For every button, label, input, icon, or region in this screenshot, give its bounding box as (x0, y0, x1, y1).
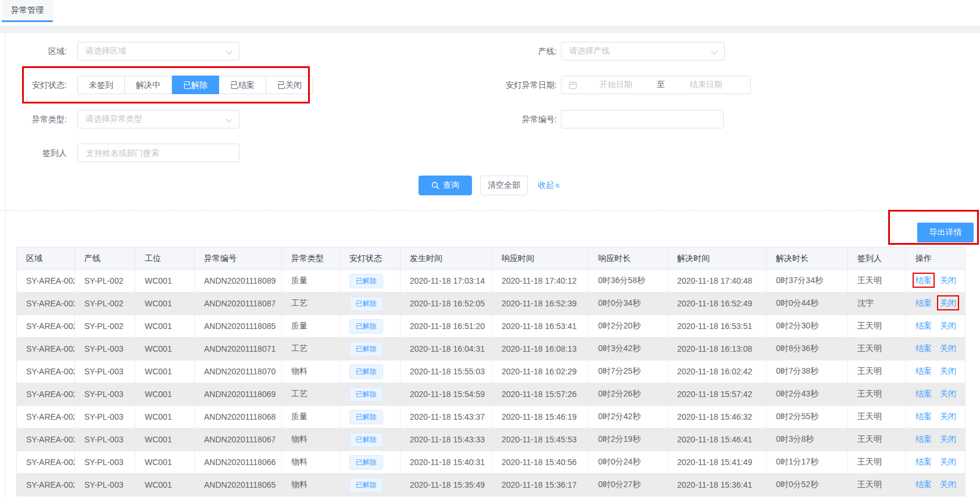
column-header-5: 异常类型 (282, 248, 340, 270)
close-case-link[interactable]: 结案 (915, 480, 932, 489)
cell-no: ANDN20201118070 (195, 360, 282, 383)
cell-status: 已解除 (340, 315, 400, 338)
cell-no: ANDN20201118066 (195, 451, 282, 474)
signin-person-input[interactable] (85, 148, 232, 158)
cell-person: 沈宇 (848, 292, 906, 315)
close-case-link[interactable]: 结案 (915, 457, 932, 466)
close-link[interactable]: 关闭 (940, 366, 956, 376)
cell-area: SY-AREA-002 (17, 292, 75, 315)
close-link[interactable]: 关闭 (940, 480, 956, 489)
cell-respond: 2020-11-18 15:46:19 (492, 406, 589, 428)
close-case-link[interactable]: 结案 (915, 366, 932, 376)
start-date-placeholder[interactable]: 开始日期 (578, 80, 653, 90)
cell-actions: 结案关闭 (906, 383, 965, 406)
cell-respond: 2020-11-18 15:36:17 (492, 474, 589, 496)
cell-person: 王天明 (848, 474, 906, 496)
status-badge: 已解除 (349, 432, 383, 447)
query-button[interactable]: 查询 (419, 176, 472, 195)
close-link[interactable]: 关闭 (940, 276, 956, 285)
cell-resolve_dur: 0时7分38秒 (767, 360, 848, 383)
export-details-button[interactable]: 导出详情 (917, 223, 974, 242)
cell-respond: 2020-11-18 16:08:13 (492, 338, 589, 360)
exception-table: 区域产线工位异常编号异常类型安灯状态发生时间响应时间响应时长解决时间解决时长签到… (16, 247, 965, 496)
exception-type-select[interactable]: 请选择异常类型 (77, 110, 239, 128)
cell-area: SY-AREA-002 (17, 338, 75, 360)
cell-station: WC001 (135, 338, 195, 360)
close-case-link[interactable]: 结案 (915, 321, 932, 330)
close-link[interactable]: 关闭 (940, 412, 956, 421)
cell-person: 王天明 (848, 383, 906, 406)
cell-resolve: 2020-11-18 15:41:49 (668, 451, 767, 474)
area-select[interactable]: 请选择区域 (77, 42, 239, 60)
cell-status: 已解除 (340, 360, 400, 383)
close-link[interactable]: 关闭 (940, 344, 956, 353)
cell-occur: 2020-11-18 16:04:31 (400, 338, 492, 360)
cell-area: SY-AREA-002 (17, 270, 75, 292)
table-header-row: 区域产线工位异常编号异常类型安灯状态发生时间响应时间响应时长解决时间解决时长签到… (17, 248, 965, 270)
cell-resolve: 2020-11-18 15:57:42 (668, 383, 767, 406)
cell-station: WC001 (135, 428, 195, 451)
cell-resolve_dur: 0时2分55秒 (767, 406, 848, 428)
cell-resolve_dur: 0时1分17秒 (767, 451, 848, 474)
cell-status: 已解除 (340, 270, 400, 292)
cell-resolve_dur: 0时2分30秒 (767, 315, 848, 338)
cell-resolve_dur: 0时3分8秒 (767, 428, 848, 451)
cell-status: 已解除 (340, 383, 400, 406)
cell-resolve: 2020-11-18 15:46:32 (668, 406, 767, 428)
line-select-placeholder: 请选择产线 (569, 46, 610, 56)
column-header-6: 安灯状态 (340, 248, 400, 270)
close-link[interactable]: 关闭 (940, 457, 956, 466)
cell-resolve: 2020-11-18 16:13:08 (668, 338, 767, 360)
andon-status-option-4[interactable]: 已结案 (219, 76, 266, 94)
cell-no: ANDN20201118071 (195, 338, 282, 360)
cell-status: 已解除 (340, 292, 400, 315)
close-link[interactable]: 关闭 (940, 389, 956, 398)
tab-exception-management[interactable]: 异常管理 (2, 0, 53, 22)
cell-occur: 2020-11-18 15:40:31 (400, 451, 492, 474)
cell-resolve_dur: 0时0分52秒 (767, 474, 848, 496)
andon-status-option-3[interactable]: 已解除 (172, 76, 219, 94)
table-row: SY-AREA-002SY-PL-003WC001ANDN20201118070… (17, 360, 965, 383)
cell-actions: 结案关闭 (906, 338, 965, 360)
divider-strip (0, 26, 980, 33)
close-case-link[interactable]: 结案 (915, 389, 932, 398)
close-link[interactable]: 关闭 (940, 321, 956, 330)
cell-station: WC001 (135, 383, 195, 406)
close-case-link[interactable]: 结案 (915, 344, 932, 353)
cell-respond_dur: 0时2分42秒 (589, 406, 668, 428)
exception-no-input[interactable] (568, 114, 716, 124)
end-date-placeholder[interactable]: 结束日期 (668, 80, 743, 90)
line-select[interactable]: 请选择产线 (561, 42, 725, 60)
andon-status-option-2[interactable]: 解决中 (125, 76, 172, 94)
area-select-placeholder: 请选择区域 (85, 46, 126, 56)
cell-line: SY-PL-003 (75, 360, 135, 383)
cell-station: WC001 (135, 315, 195, 338)
andon-status-label: 安灯状态: (0, 76, 67, 94)
exception-type-placeholder: 请选择异常类型 (85, 114, 142, 124)
close-case-link[interactable]: 结案 (915, 412, 932, 421)
chevron-down-icon (711, 48, 717, 54)
close-link[interactable]: 关闭 (940, 298, 956, 308)
cell-respond: 2020-11-18 16:52:39 (492, 292, 589, 315)
andon-status-option-1[interactable]: 未签到 (77, 76, 125, 94)
cell-respond: 2020-11-18 15:40:56 (492, 451, 589, 474)
cell-person: 王天明 (848, 360, 906, 383)
close-case-link[interactable]: 结案 (915, 434, 932, 444)
cell-person: 王天明 (848, 338, 906, 360)
table-row: SY-AREA-002SY-PL-003WC001ANDN20201118065… (17, 474, 965, 496)
clear-all-button[interactable]: 清空全部 (480, 176, 528, 195)
andon-date-range-picker[interactable]: 开始日期 至 结束日期 (561, 76, 751, 94)
exception-no-field-wrap (561, 110, 724, 128)
close-case-link[interactable]: 结案 (915, 298, 932, 308)
cell-no: ANDN20201118067 (195, 428, 282, 451)
close-case-link[interactable]: 结案 (915, 276, 932, 285)
cell-no: ANDN20201118087 (195, 292, 282, 315)
status-badge: 已解除 (349, 387, 383, 402)
tab-label: 异常管理 (11, 5, 44, 16)
cell-type: 质量 (282, 406, 340, 428)
andon-status-option-5[interactable]: 已关闭 (266, 76, 313, 94)
signin-person-label: 签到人 (0, 144, 67, 162)
collapse-link[interactable]: 收起 « (538, 176, 560, 195)
calendar-icon (568, 81, 577, 90)
close-link[interactable]: 关闭 (940, 434, 956, 444)
